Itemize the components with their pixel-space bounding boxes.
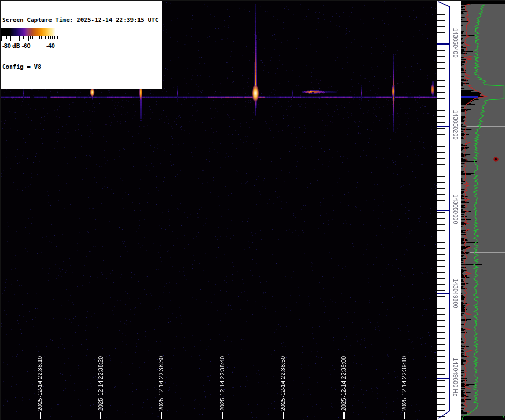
time-axis-tick <box>222 412 223 419</box>
time-axis-label: 2025-12-14 22:38:40 <box>219 356 225 411</box>
colorbar-label-max: -40 <box>46 42 55 49</box>
frequency-axis-label: 143050000 <box>452 194 459 224</box>
window-border-top <box>0 0 505 1</box>
time-axis-tick <box>283 412 284 419</box>
capture-time-text: Screen Capture Time: 2025-12-14 22:39:15… <box>2 17 158 25</box>
window-border-left <box>0 0 1 420</box>
time-axis-tick <box>343 412 345 419</box>
time-axis-tick <box>40 412 41 419</box>
time-axis-tick <box>404 412 405 419</box>
time-axis-label: 2025-12-14 22:38:10 <box>36 356 43 411</box>
frequency-axis-label: 143049600 Hz <box>452 358 459 396</box>
time-axis-label: 2025-12-14 22:39:10 <box>401 356 407 411</box>
spectrogram-app: 1430504001430502001430500001430498001430… <box>0 0 505 420</box>
intensity-colorbar: -80 dB -60 -40 <box>1 28 59 50</box>
time-axis-label: 2025-12-14 22:39:00 <box>340 356 347 411</box>
time-axis-tick <box>100 412 101 419</box>
time-axis-label: 2025-12-14 22:38:50 <box>280 356 286 411</box>
time-axis-tick <box>161 412 162 419</box>
config-text: Config = V8 <box>2 63 158 71</box>
colorbar-tick-scale <box>1 36 59 42</box>
frequency-axis-label: 143049800 <box>452 278 459 308</box>
time-axis-label: 2025-12-14 22:38:20 <box>97 356 104 411</box>
time-axis-label: 2025-12-14 22:38:30 <box>158 356 164 411</box>
frequency-axis-label: 143050200 <box>452 110 459 139</box>
colorbar-labels: -80 dB -60 -40 <box>1 42 59 50</box>
spectrum-graph-panel <box>461 0 505 420</box>
colorbar-label-min: -80 dB -60 <box>2 42 31 49</box>
frequency-axis-label: 143050400 <box>452 28 459 57</box>
colorbar-gradient <box>1 28 59 36</box>
